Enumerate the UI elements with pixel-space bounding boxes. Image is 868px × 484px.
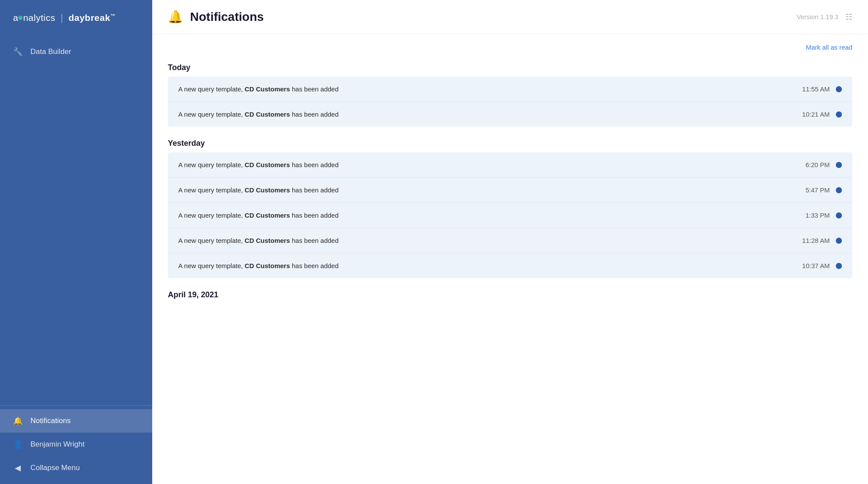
unread-indicator — [836, 212, 842, 218]
notification-time: 5:47 PM — [805, 186, 830, 194]
unread-indicator — [836, 187, 842, 193]
sidebar-item-label: Notifications — [30, 417, 71, 425]
notification-meta: 11:28 AM — [802, 237, 842, 244]
logo-daybreak: daybreak™ — [68, 13, 115, 23]
unread-indicator — [836, 263, 842, 269]
notification-time: 10:37 AM — [802, 262, 830, 269]
notification-meta: 5:47 PM — [805, 186, 842, 194]
sidebar-item-label: Collapse Menu — [30, 464, 80, 472]
notification-text: A new query template, CD Customers has b… — [178, 212, 805, 219]
notification-text: A new query template, CD Customers has b… — [178, 262, 802, 269]
notification-time: 6:20 PM — [805, 161, 830, 168]
collapse-icon: ◀ — [13, 463, 23, 473]
notification-time: 10:21 AM — [802, 111, 830, 118]
notification-item: A new query template, CD Customers has b… — [168, 77, 852, 102]
notification-meta: 11:55 AM — [802, 85, 842, 93]
notification-text: A new query template, CD Customers has b… — [178, 186, 805, 194]
unread-indicator — [836, 86, 842, 92]
sidebar-bottom: 🔔 Notifications 👤 Benjamin Wright ◀ Coll… — [0, 402, 152, 484]
sidebar-item-notifications[interactable]: 🔔 Notifications — [0, 409, 152, 433]
notification-time: 1:33 PM — [805, 212, 830, 219]
notification-meta: 1:33 PM — [805, 212, 842, 219]
unread-indicator — [836, 111, 842, 118]
sidebar-item-collapse[interactable]: ◀ Collapse Menu — [0, 456, 152, 480]
notification-meta: 10:37 AM — [802, 262, 842, 269]
sidebar-item-label: Data Builder — [30, 47, 71, 56]
main-content: 🔔 Notifications Version 1.19.3 ☷ Mark al… — [152, 0, 868, 484]
notification-item: A new query template, CD Customers has b… — [168, 253, 852, 278]
unread-indicator — [836, 162, 842, 168]
notification-item: A new query template, CD Customers has b… — [168, 228, 852, 253]
today-notification-list: A new query template, CD Customers has b… — [168, 77, 852, 127]
user-icon: 👤 — [13, 440, 23, 449]
section-header-today: Today — [168, 55, 852, 77]
wrench-icon: 🔧 — [13, 47, 23, 57]
sidebar-nav: 🔧 Data Builder — [0, 36, 152, 402]
notification-text: A new query template, CD Customers has b… — [178, 111, 802, 118]
sidebar-item-label: Benjamin Wright — [30, 440, 84, 449]
notification-text: A new query template, CD Customers has b… — [178, 237, 802, 244]
mark-all-read-button[interactable]: Mark all as read — [168, 34, 852, 55]
section-header-april19: April 19, 2021 — [168, 282, 852, 304]
notification-meta: 10:21 AM — [802, 111, 842, 118]
sidebar-divider — [0, 405, 152, 406]
unread-indicator — [836, 238, 842, 244]
logo-separator: | — [60, 12, 63, 24]
app-logo: analytics | daybreak™ — [0, 0, 152, 36]
notification-time: 11:28 AM — [802, 237, 830, 244]
notification-item: A new query template, CD Customers has b… — [168, 178, 852, 203]
notification-item: A new query template, CD Customers has b… — [168, 203, 852, 228]
notification-item: A new query template, CD Customers has b… — [168, 102, 852, 127]
yesterday-notification-list: A new query template, CD Customers has b… — [168, 152, 852, 278]
header-right: Version 1.19.3 ☷ — [797, 12, 852, 22]
notification-time: 11:55 AM — [802, 85, 830, 93]
page-header: 🔔 Notifications Version 1.19.3 ☷ — [152, 0, 868, 34]
notification-text: A new query template, CD Customers has b… — [178, 161, 805, 168]
sidebar-item-data-builder[interactable]: 🔧 Data Builder — [0, 40, 152, 64]
logo-analytics: analytics — [13, 13, 55, 23]
notifications-area: Mark all as read Today A new query templ… — [152, 34, 868, 484]
notification-item: A new query template, CD Customers has b… — [168, 152, 852, 178]
menu-icon[interactable]: ☷ — [845, 12, 852, 22]
header-bell-icon: 🔔 — [168, 10, 183, 24]
sidebar: analytics | daybreak™ 🔧 Data Builder 🔔 N… — [0, 0, 152, 484]
version-label: Version 1.19.3 — [797, 13, 838, 20]
notification-text: A new query template, CD Customers has b… — [178, 85, 802, 93]
header-left: 🔔 Notifications — [168, 10, 264, 24]
bell-icon: 🔔 — [13, 416, 23, 426]
page-title: Notifications — [190, 10, 264, 24]
section-header-yesterday: Yesterday — [168, 131, 852, 152]
sidebar-item-user[interactable]: 👤 Benjamin Wright — [0, 433, 152, 456]
notification-meta: 6:20 PM — [805, 161, 842, 168]
